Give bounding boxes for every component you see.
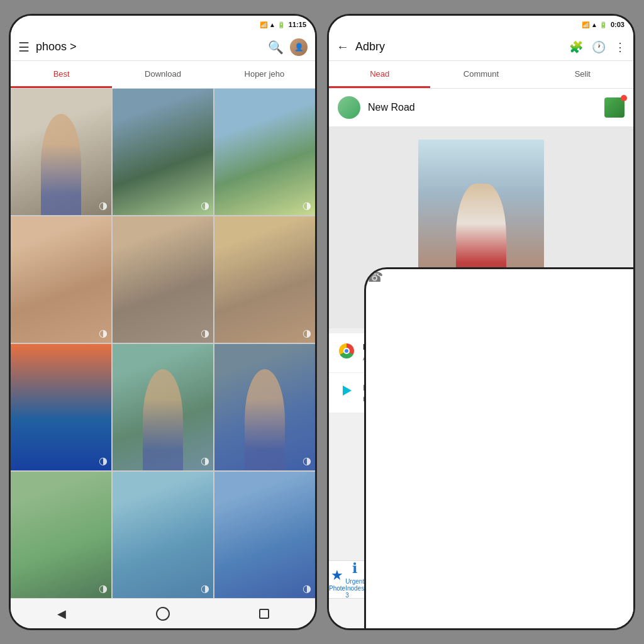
- home-button-left[interactable]: [150, 605, 175, 623]
- new-road-title: New Road: [368, 102, 597, 113]
- status-bar-left: 📶 ▲ 🔋 11:15: [11, 16, 315, 33]
- puzzle-icon[interactable]: 🧩: [569, 40, 583, 54]
- photo-cell-10[interactable]: ◑: [11, 472, 111, 598]
- photo-cell-8[interactable]: ◑: [113, 344, 213, 470]
- check-icon-5: ◑: [201, 327, 209, 339]
- check-icon-6: ◑: [303, 327, 311, 339]
- hamburger-icon[interactable]: ☰: [18, 40, 30, 55]
- tab-nead[interactable]: Nead: [329, 61, 430, 88]
- check-icon-7: ◑: [99, 455, 108, 467]
- nav-bar-left: ☰ phoos > 🔍 👤: [11, 33, 315, 61]
- photo-person-9: [245, 369, 285, 470]
- check-icon-4: ◑: [99, 327, 108, 339]
- tab-bar-left: Best Download Hoper jeho: [11, 61, 315, 89]
- photo-cell-4[interactable]: ◑: [11, 216, 111, 343]
- new-road-folder-icon: [604, 97, 625, 118]
- wifi-icon-right: 📶: [582, 21, 589, 28]
- more-icon[interactable]: ⋮: [614, 40, 626, 54]
- battery-icon: 🔋: [277, 21, 285, 28]
- home-circle: [156, 607, 170, 621]
- photo-cell-3[interactable]: ◑: [214, 89, 315, 215]
- photo-cell-2[interactable]: ◑: [113, 89, 213, 215]
- photo-cell-5[interactable]: ◑: [113, 216, 213, 343]
- play-logo: [338, 382, 355, 399]
- recent-square: [259, 609, 269, 619]
- photo-person-8: [143, 369, 183, 470]
- app-title-left: phoos >: [36, 40, 262, 53]
- avatar-img: 👤: [294, 43, 304, 52]
- tab-hoper[interactable]: Hoper jeho: [214, 61, 315, 88]
- new-road-badge: [621, 95, 627, 101]
- wifi-icon: 📶: [260, 21, 267, 28]
- check-icon-9: ◑: [303, 455, 311, 467]
- signal-icon-right: ▲: [591, 21, 597, 28]
- check-icon-10: ◑: [99, 582, 108, 594]
- recent-button-left[interactable]: [252, 605, 277, 623]
- photo-cell-6[interactable]: ◑: [214, 216, 315, 343]
- tab-selit[interactable]: Selit: [532, 61, 633, 88]
- photo-cell-12[interactable]: ◑: [214, 472, 315, 598]
- signal-icon: ▲: [269, 21, 275, 28]
- back-button-left[interactable]: ◀: [49, 605, 74, 623]
- bottom-nav-left: ◀: [11, 598, 315, 628]
- check-icon-12: ◑: [303, 582, 311, 594]
- tab-phote[interactable]: ★ Phote: [329, 567, 345, 592]
- tab-download[interactable]: Download: [112, 61, 213, 88]
- tab-best[interactable]: Best: [11, 61, 112, 88]
- photo-cell-1[interactable]: ◑: [11, 89, 111, 215]
- battery-icon-right: 🔋: [599, 21, 607, 28]
- photo-grid: ◑ ◑ ◑ ◑ ◑ ◑ ◑ ◑ ◑ ◑ ◑: [11, 89, 315, 598]
- new-road-item[interactable]: New Road: [329, 89, 633, 127]
- status-icons-right: 📶 ▲ 🔋: [582, 21, 607, 28]
- app-title-right: Adbry: [355, 40, 563, 53]
- status-bar-right: 📶 ▲ 🔋 0:03: [329, 16, 633, 33]
- tab-bar-right: Nead Communt Selit: [329, 61, 633, 89]
- new-road-avatar: [338, 96, 360, 119]
- chrome-logo: [338, 342, 355, 360]
- star-icon: ★: [331, 567, 343, 584]
- phone-icon: ☎: [364, 267, 635, 630]
- photo-cell-9[interactable]: ◑: [214, 344, 315, 470]
- check-icon-11: ◑: [201, 582, 209, 594]
- nav-bar-right: ← Adbry 🧩 🕐 ⋮: [329, 33, 633, 61]
- left-phone: 📶 ▲ 🔋 11:15 ☰ phoos > 🔍 👤 Best Download …: [9, 14, 317, 630]
- check-icon-3: ◑: [303, 199, 311, 211]
- photo-person-1: [41, 114, 81, 215]
- check-icon-1: ◑: [99, 199, 108, 211]
- tab-phote-label: Phote: [329, 585, 345, 592]
- check-icon-8: ◑: [201, 455, 209, 467]
- photo-cell-11[interactable]: ◑: [113, 472, 213, 598]
- tab-phone[interactable]: ☎ Phone: [364, 267, 635, 630]
- back-icon[interactable]: ←: [336, 40, 349, 54]
- avatar[interactable]: 👤: [290, 38, 308, 56]
- check-icon-2: ◑: [201, 199, 209, 211]
- chrome-circle: [339, 343, 354, 358]
- status-time-right: 0:03: [611, 21, 625, 28]
- chrome-inner: [343, 348, 350, 354]
- photo-cell-7[interactable]: ◑: [11, 344, 111, 470]
- tab-urgent[interactable]: ℹ Urgent Inodes 3: [345, 560, 364, 599]
- clock-icon[interactable]: 🕐: [592, 40, 606, 54]
- right-phone: 📶 ▲ 🔋 0:03 ← Adbry 🧩 🕐 ⋮ Nead Communt Se…: [327, 14, 635, 630]
- search-icon[interactable]: 🔍: [268, 40, 284, 55]
- tab-urgent-label: Urgent Inodes 3: [345, 578, 364, 599]
- info-icon: ℹ: [352, 560, 357, 577]
- play-triangle: [343, 386, 352, 396]
- nav-actions: 🧩 🕐 ⋮: [569, 40, 626, 54]
- status-icons-left: 📶 ▲ 🔋: [260, 21, 285, 28]
- status-time-left: 11:15: [289, 21, 306, 28]
- bottom-tab-bar-right: ★ Phote ℹ Urgent Inodes 3 ☎ Phone: [329, 560, 633, 598]
- tab-communt[interactable]: Communt: [430, 61, 531, 88]
